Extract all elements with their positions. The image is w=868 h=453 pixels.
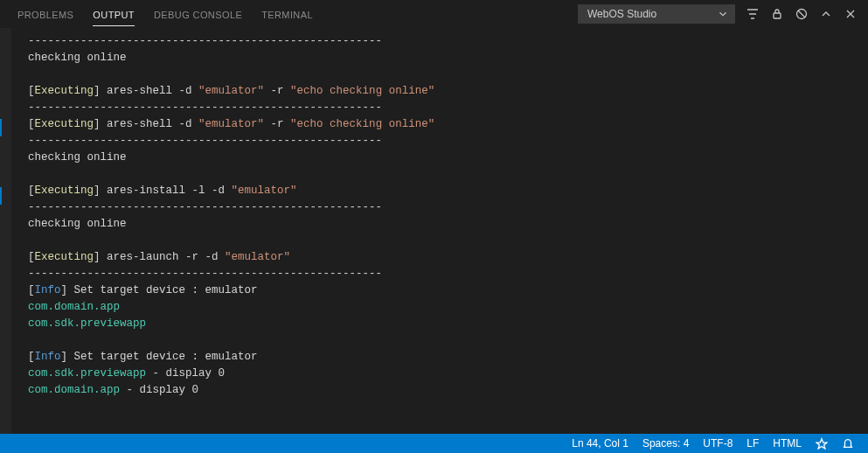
- filter-icon[interactable]: [746, 7, 760, 21]
- output-line: [28, 166, 868, 183]
- gutter-mark: [0, 119, 2, 136]
- status-spaces[interactable]: Spaces: 4: [635, 437, 696, 450]
- status-ln-col[interactable]: Ln 44, Col 1: [565, 437, 635, 450]
- status-eol[interactable]: LF: [740, 437, 766, 450]
- status-language[interactable]: HTML: [766, 437, 809, 450]
- output-line: checking online: [28, 216, 868, 233]
- output-line: com.domain.app: [28, 299, 868, 316]
- output-channel-value: WebOS Studio: [587, 8, 656, 20]
- tab-terminal[interactable]: TERMINAL: [261, 3, 313, 25]
- chevron-down-icon: [717, 8, 729, 20]
- svg-rect-0: [774, 13, 781, 18]
- chevron-up-icon[interactable]: [819, 7, 833, 21]
- output-line: [Executing] ares-shell -d "emulator" -r …: [28, 83, 868, 100]
- output-line: checking online: [28, 150, 868, 166]
- output-line: [Executing] ares-launch -r -d "emulator": [28, 249, 868, 266]
- output-line: [28, 233, 868, 249]
- status-bar: Ln 44, Col 1 Spaces: 4 UTF-8 LF HTML: [0, 434, 868, 453]
- output-line: ----------------------------------------…: [28, 199, 868, 216]
- output-line: [Executing] ares-shell -d "emulator" -r …: [28, 116, 868, 133]
- output-line: com.sdk.previewapp - display 0: [28, 366, 868, 382]
- status-feedback-icon[interactable]: [809, 437, 835, 450]
- panel-title-actions: [746, 7, 858, 21]
- lock-icon[interactable]: [770, 7, 784, 21]
- output-line: ----------------------------------------…: [28, 100, 868, 116]
- tab-debug-console[interactable]: DEBUG CONSOLE: [154, 3, 242, 25]
- clear-output-icon[interactable]: [795, 7, 809, 21]
- output-line: ----------------------------------------…: [28, 33, 868, 50]
- output-line: checking online: [28, 50, 868, 66]
- status-notifications-icon[interactable]: [835, 437, 861, 450]
- output-line: ----------------------------------------…: [28, 133, 868, 150]
- tab-output[interactable]: OUTPUT: [93, 3, 135, 26]
- output-line: ----------------------------------------…: [28, 266, 868, 282]
- panel-tabs: PROBLEMS OUTPUT DEBUG CONSOLE TERMINAL W…: [0, 0, 868, 28]
- output-line: com.sdk.previewapp: [28, 316, 868, 332]
- gutter-mark: [0, 187, 2, 205]
- status-encoding[interactable]: UTF-8: [696, 437, 740, 450]
- output-line: [Executing] ares-install -l -d "emulator…: [28, 183, 868, 199]
- output-line: [Info] Set target device : emulator: [28, 349, 868, 366]
- bottom-panel: PROBLEMS OUTPUT DEBUG CONSOLE TERMINAL W…: [0, 0, 868, 453]
- tab-problems[interactable]: PROBLEMS: [17, 3, 73, 25]
- output-line: com.domain.app - display 0: [28, 382, 868, 399]
- output-line: [Info] Set target device : emulator: [28, 282, 868, 299]
- output-content[interactable]: ----------------------------------------…: [0, 28, 868, 434]
- panel-left-gutter: [0, 28, 12, 434]
- output-channel-select[interactable]: WebOS Studio: [578, 4, 735, 24]
- output-line: [28, 332, 868, 349]
- output-line: [28, 66, 868, 83]
- close-panel-icon[interactable]: [844, 7, 858, 21]
